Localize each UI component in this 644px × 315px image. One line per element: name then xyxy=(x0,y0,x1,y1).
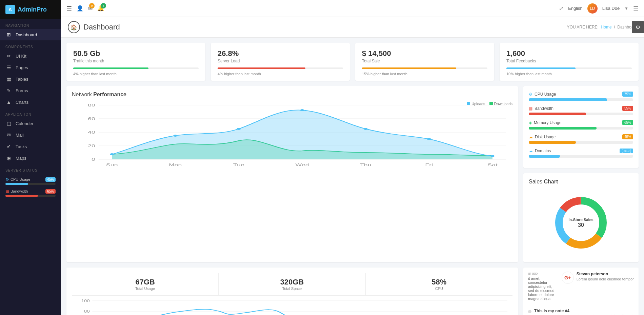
bandwidth-status-item: ▦ Bandwidth 65% xyxy=(5,189,56,197)
status-section-title: SERVER STATUS xyxy=(0,164,61,174)
svg-text:40: 40 xyxy=(88,131,95,134)
alerts-count: 5 xyxy=(101,3,106,8)
language-selector[interactable]: English xyxy=(568,6,583,11)
sidebar-item-label: Tables xyxy=(16,77,28,82)
cpu-metric-badge: 75% xyxy=(622,92,633,97)
usage-label: Total Usage xyxy=(75,287,215,291)
alerts-icon[interactable]: 🔔 5 xyxy=(97,5,104,12)
memory-metric-badge: 65% xyxy=(622,120,633,125)
stat-cards: 50.5 Gb Traffic this month 4% higher tha… xyxy=(66,43,639,81)
cpu-mini-label: CPU xyxy=(369,287,509,291)
sidebar-item-label: Tasks xyxy=(16,144,27,149)
svg-text:Fri: Fri xyxy=(425,163,433,167)
stat-card-server: 26.8% Server Load 4% higher than last mo… xyxy=(211,43,350,81)
disk-metric-bar xyxy=(529,141,576,144)
sidebar-item-mail[interactable]: ✉ Mail xyxy=(0,129,61,141)
sidebar-item-tables[interactable]: ▦ Tables xyxy=(0,73,61,85)
svg-point-21 xyxy=(364,128,368,130)
note-item: This is my note #4 Lorem ipsum dolor sit… xyxy=(528,309,634,315)
line-chart-svg: 100 80 60 40 20 0 xyxy=(72,299,512,315)
sidebar-item-label: Calender xyxy=(16,121,34,126)
mini-stat-usage: 67GB Total Usage xyxy=(72,273,219,295)
brand-icon: A xyxy=(5,5,15,14)
svg-text:20: 20 xyxy=(88,144,95,148)
sale-progress xyxy=(362,67,456,69)
sidebar-item-maps[interactable]: ◉ Maps xyxy=(0,152,61,164)
page-header: 🏠 Dashboard YOU ARE HERE: Home / Dashboa… xyxy=(61,17,644,38)
traffic-value: 50.5 Gb xyxy=(73,49,199,58)
comment-item: ur ago it amet, consectetur adipisicing … xyxy=(523,268,639,305)
topbar-menu-icon[interactable]: ☰ xyxy=(633,5,639,12)
svg-text:80: 80 xyxy=(88,103,95,107)
svg-text:Sat: Sat xyxy=(487,163,498,167)
donut-center-label: In-Store Sales xyxy=(568,218,593,222)
topbar-left: ☰ 👤 ✉ 9 🔔 5 xyxy=(66,5,104,12)
svg-text:Tue: Tue xyxy=(233,163,244,167)
comment-panel: ur ago it amet, consectetur adipisicing … xyxy=(523,268,639,315)
sidebar-item-label: UI Kit xyxy=(16,54,26,59)
expand-icon[interactable]: ⤢ xyxy=(559,5,563,12)
domains-metric-badge: [ 3/10 ] xyxy=(620,149,633,153)
svg-text:Wed: Wed xyxy=(295,163,309,167)
sidebar-item-calendar[interactable]: ◫ Calender xyxy=(0,118,61,129)
menu-toggle-button[interactable]: ☰ xyxy=(66,5,72,12)
user-icon[interactable]: 👤 xyxy=(77,5,83,12)
stat-card-sale: $ 14,500 Total Sale 15% higher than last… xyxy=(355,43,494,81)
feedbacks-footer: 10% higher than last month xyxy=(506,72,632,76)
metric-memory: ◈ Memory Usage 65% xyxy=(529,120,633,130)
network-chart-area: Uploads Downloads 80 60 40 xyxy=(72,102,512,171)
sale-value: $ 14,500 xyxy=(362,49,487,58)
svg-text:100: 100 xyxy=(81,299,90,303)
uploads-legend: Uploads xyxy=(467,102,485,106)
sidebar: A AdminPro NAVIGATION ⊞ Dashboard COMPON… xyxy=(0,0,61,315)
server-metrics: ⚙ CPU Usage 75% ▦ Bandwidth 55% xyxy=(529,92,633,158)
memory-metric-bar xyxy=(529,127,597,130)
tasks-icon: ✔ xyxy=(5,144,12,149)
donut-chart-svg: In-Store Sales 30 xyxy=(550,192,611,253)
settings-button[interactable]: ⚙ xyxy=(632,21,644,33)
line-chart-card: 67GB Total Usage 320GB Total Space 58% C… xyxy=(66,268,518,315)
server-footer: 4% higher than last month xyxy=(218,72,343,76)
sidebar-item-label: Forms xyxy=(16,88,28,93)
sidebar-item-uikit[interactable]: ✏ UI Kit xyxy=(0,50,61,62)
comment-time: ur ago xyxy=(528,272,555,275)
space-label: Total Space xyxy=(222,287,362,291)
bottom-row: 67GB Total Usage 320GB Total Space 58% C… xyxy=(66,268,639,315)
cpu-metric-bar xyxy=(529,98,607,101)
pages-icon: ☰ xyxy=(5,65,12,70)
sidebar-item-tasks[interactable]: ✔ Tasks xyxy=(0,141,61,152)
sidebar-item-charts[interactable]: ▲ Charts xyxy=(0,96,61,108)
cpu-badge: 45% xyxy=(45,177,56,182)
note-title: This is my note #4 xyxy=(534,309,634,313)
domains-metric-bar xyxy=(529,155,560,158)
bandwidth-badge: 65% xyxy=(45,189,56,194)
donut-center-value: 30 xyxy=(578,222,584,228)
user-dropdown-icon[interactable]: ▼ xyxy=(624,6,628,11)
sale-label: Total Sale xyxy=(362,59,487,63)
notifications-count: 9 xyxy=(89,3,95,8)
cpu-value: 58% xyxy=(369,278,509,287)
comment-google-icon: G+ xyxy=(562,272,574,284)
svg-point-22 xyxy=(427,138,431,140)
sidebar-item-pages[interactable]: ☰ Pages xyxy=(0,62,61,73)
notifications-icon[interactable]: ✉ 9 xyxy=(88,5,93,12)
mini-stat-space: 320GB Total Space xyxy=(219,273,365,295)
sidebar-item-forms[interactable]: ✎ Forms xyxy=(0,85,61,96)
chart-legend: Uploads Downloads xyxy=(467,102,512,106)
note-dot xyxy=(528,310,531,313)
topbar-right: ⤢ English LD Lisa Doe ▼ ☰ xyxy=(559,3,639,14)
page-title-wrap: 🏠 Dashboard xyxy=(68,21,120,33)
app-section-title: APPLICATION xyxy=(0,108,61,118)
sale-footer: 15% higher than last month xyxy=(362,72,487,76)
svg-text:80: 80 xyxy=(84,310,90,314)
stat-card-feedbacks: 1,600 Total Feedbacks 10% higher than la… xyxy=(500,43,639,81)
sidebar-item-dashboard[interactable]: ⊞ Dashboard xyxy=(0,29,61,40)
comp-section-title: COMPONENTS xyxy=(0,40,61,50)
breadcrumb-home-link[interactable]: Home xyxy=(601,25,612,29)
comment-text: Lorem ipsum dolo eiusmod tempor xyxy=(577,277,634,281)
svg-text:Mon: Mon xyxy=(169,163,182,167)
calendar-icon: ◫ xyxy=(5,121,12,126)
comment-left-text: it amet, consectetur adipisicing elit, s… xyxy=(528,276,555,301)
svg-point-18 xyxy=(173,135,177,137)
tables-icon: ▦ xyxy=(5,76,12,82)
